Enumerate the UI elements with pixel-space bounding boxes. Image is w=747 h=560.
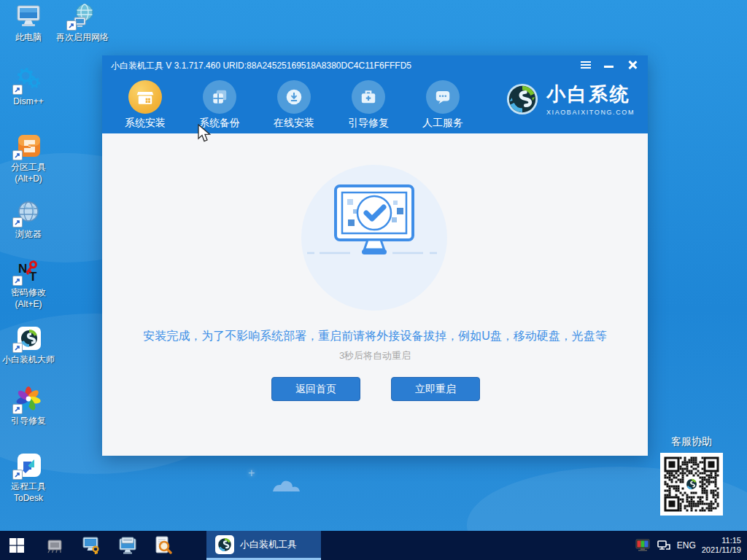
desktop-icon-label: Dism++ xyxy=(0,96,57,106)
time: 11:15 xyxy=(702,536,741,545)
brand-site: XIAOBAIXITONG.COM xyxy=(546,109,635,116)
display-color-icon[interactable] xyxy=(635,539,651,552)
restart-now-button[interactable]: 立即重启 xyxy=(391,377,480,401)
brand-name: 小白系统 xyxy=(546,82,635,107)
shortcut-arrow-icon xyxy=(12,404,23,414)
support-title: 客服协助 xyxy=(660,435,723,448)
desktop-icon-label: 浏览器 xyxy=(0,229,57,239)
nav-label: 系统安装 xyxy=(108,117,182,130)
todesk-icon xyxy=(14,452,43,480)
start-button[interactable] xyxy=(6,534,28,556)
close-button[interactable] xyxy=(624,58,640,71)
shortcut-arrow-icon xyxy=(12,150,23,160)
desktop: + + 此电脑 xyxy=(0,0,747,560)
taskbar: 小白装机工具 ENG 11:15 2021/11/19 xyxy=(0,531,747,560)
desktop-icon-this-pc[interactable]: 此电脑 xyxy=(0,3,57,42)
desktop-icon-dism[interactable]: Dism++ xyxy=(0,67,57,106)
desktop-icon-boot-repair[interactable]: 引导修复 xyxy=(0,386,57,426)
menu-button[interactable] xyxy=(578,58,594,71)
clock[interactable]: 11:15 2021/11/19 xyxy=(702,536,741,555)
shortcut-arrow-icon xyxy=(12,85,23,95)
gears-icon xyxy=(14,67,43,95)
boot-repair-icon xyxy=(352,80,385,114)
windows-logo-icon xyxy=(9,537,25,553)
language-indicator[interactable]: ENG xyxy=(677,540,696,551)
chat-bubble-icon xyxy=(426,80,460,114)
taskbar-app-label: 小白装机工具 xyxy=(240,538,297,551)
taskbar-app-cpuz[interactable] xyxy=(44,534,66,556)
desktop-icon-partition-tool[interactable]: 分区工具 (Alt+D) xyxy=(0,133,57,184)
system-install-icon xyxy=(128,80,162,114)
window-content: 安装完成，为了不影响系统部署，重启前请将外接设备拔掉，例如U盘，移动硬盘，光盘等… xyxy=(102,133,648,456)
nav-label: 在线安装 xyxy=(257,117,331,130)
shortcut-arrow-icon xyxy=(12,470,23,480)
desktop-icon-xiaobai-master[interactable]: 小白装机大师 xyxy=(0,325,57,365)
taskbar-active-app[interactable]: 小白装机工具 xyxy=(206,531,321,560)
shortcut-arrow-icon xyxy=(12,343,23,353)
taskbar-app-search-tool[interactable] xyxy=(152,534,174,556)
partition-tool-icon xyxy=(14,133,43,160)
pinwheel-icon xyxy=(14,386,43,414)
monitor-keyboard-icon xyxy=(117,536,139,555)
xiaobai-app-icon xyxy=(215,535,234,554)
nav-human-service[interactable]: 人工服务 xyxy=(406,73,480,130)
desktop-icon-network[interactable]: 再次启用网络 xyxy=(54,3,111,42)
desktop-icon-browser[interactable]: 浏览器 xyxy=(0,200,57,239)
desktop-icon-label2: (Alt+E) xyxy=(0,299,57,309)
network-status-icon[interactable] xyxy=(657,539,671,552)
xiaobai-logo-icon xyxy=(14,325,43,353)
date: 2021/11/19 xyxy=(702,545,741,555)
desktop-icon-label: 远程工具 xyxy=(0,481,57,491)
minimize-button[interactable] xyxy=(601,58,617,71)
desktop-icon-label: 再次启用网络 xyxy=(54,32,111,42)
desktop-icon-label: 分区工具 xyxy=(0,162,57,172)
shortcut-arrow-icon xyxy=(66,20,77,31)
desktop-icon-label: 此电脑 xyxy=(0,32,57,42)
nav-label: 人工服务 xyxy=(406,117,480,130)
password-key-icon: N T xyxy=(14,258,43,286)
svg-text:N: N xyxy=(18,262,27,276)
this-pc-icon xyxy=(14,3,43,31)
nav-label: 引导修复 xyxy=(331,117,406,130)
minimize-icon xyxy=(604,66,614,68)
nav-system-backup[interactable]: 系统备份 xyxy=(182,73,257,130)
hamburger-icon xyxy=(581,61,591,69)
taskbar-app-password-tool[interactable] xyxy=(80,534,102,556)
qr-code xyxy=(660,453,723,516)
brand-text: 小白系统 XIAOBAIXITONG.COM xyxy=(546,82,635,116)
desktop-icon-label2: (Alt+D) xyxy=(0,174,57,184)
restart-countdown: 3秒后将自动重启 xyxy=(102,349,648,362)
shortcut-arrow-icon xyxy=(12,217,23,228)
desktop-icon-label: 小白装机大师 xyxy=(0,354,57,365)
chip-icon xyxy=(44,537,65,554)
success-monitor-illustration xyxy=(301,165,447,311)
nav-label: 系统备份 xyxy=(182,117,257,130)
desktop-icon-label: 引导修复 xyxy=(0,416,57,426)
nav-online-install[interactable]: 在线安装 xyxy=(257,73,331,130)
desktop-icon-label: 密码修改 xyxy=(0,287,57,298)
xiaobai-swirl-icon xyxy=(506,82,539,116)
taskbar-app-osk[interactable] xyxy=(117,534,139,556)
brand-logo: 小白系统 XIAOBAIXITONG.COM xyxy=(506,82,635,116)
cloud-decoration xyxy=(270,475,306,494)
window-controls xyxy=(578,58,640,71)
completion-message: 安装完成，为了不影响系统部署，重启前请将外接设备拔掉，例如U盘，移动硬盘，光盘等 xyxy=(102,329,648,344)
sparkle-decoration: + xyxy=(248,467,255,480)
return-home-button[interactable]: 返回首页 xyxy=(271,377,360,401)
monitor-key-icon xyxy=(81,536,101,555)
system-backup-icon xyxy=(203,80,236,114)
nav-system-install[interactable]: 系统安装 xyxy=(108,73,182,130)
system-tray: ENG 11:15 2021/11/19 xyxy=(635,531,741,560)
window-header: 小白装机工具 V 3.1.717.460 URID:88A24525169518… xyxy=(102,55,648,133)
magnifier-document-icon xyxy=(153,535,172,556)
window-title: 小白装机工具 V 3.1.717.460 URID:88A24525169518… xyxy=(111,60,411,72)
nav-boot-repair[interactable]: 引导修复 xyxy=(331,73,406,130)
desktop-icon-password-reset[interactable]: N T 密码修改 (Alt+E) xyxy=(0,258,57,309)
shortcut-arrow-icon xyxy=(12,276,23,286)
globe-icon xyxy=(14,200,43,228)
desktop-icon-label2: ToDesk xyxy=(0,493,57,503)
desktop-icon-todesk[interactable]: 远程工具 ToDesk xyxy=(0,452,57,503)
xiaobai-tool-window: 小白装机工具 V 3.1.717.460 URID:88A24525169518… xyxy=(102,55,648,456)
online-install-icon xyxy=(277,80,311,114)
network-icon xyxy=(68,3,97,31)
